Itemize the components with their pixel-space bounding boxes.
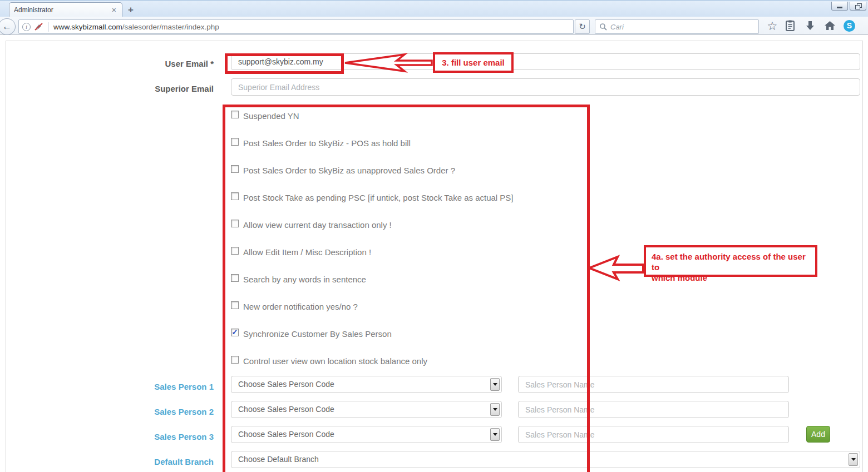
- downloads-icon[interactable]: [804, 20, 816, 32]
- chevron-down-icon[interactable]: [849, 453, 858, 466]
- url-text: www.skybizmall.com/salesorder/master/ind…: [53, 23, 219, 31]
- select-value: Choose Sales Person Code: [238, 401, 334, 418]
- minimize-icon: [837, 7, 842, 8]
- sales-person-1-code-select[interactable]: Choose Sales Person Code: [231, 376, 502, 393]
- authority-checkbox-row: Search by any words in sentence: [231, 273, 581, 285]
- checkbox-label: Search by any words in sentence: [243, 275, 366, 284]
- user-email-label: User Email *: [102, 59, 214, 68]
- chevron-down-icon[interactable]: [490, 403, 500, 416]
- authority-checkbox-row: Post Sales Order to SkyBiz - POS as hold…: [231, 137, 581, 149]
- authority-checkbox-row: Post Sales Order to SkyBiz as unapproved…: [231, 164, 581, 176]
- authority-checkbox-list: Suspended YNPost Sales Order to SkyBiz -…: [231, 110, 581, 382]
- bookmark-star-icon[interactable]: ☆: [766, 20, 778, 32]
- new-tab-icon[interactable]: +: [128, 5, 134, 14]
- checkbox-unchecked[interactable]: [231, 192, 239, 200]
- checkbox-label: Post Sales Order to SkyBiz as unapproved…: [243, 166, 455, 175]
- url-path: /salesorder/master/index.php: [122, 23, 219, 31]
- add-button[interactable]: Add: [806, 426, 830, 443]
- search-bar[interactable]: Cari: [595, 19, 759, 34]
- checkbox-label: Post Stock Take as pending PSC [if untic…: [243, 193, 514, 202]
- checkbox-unchecked[interactable]: [231, 111, 239, 118]
- default-branch-select[interactable]: Choose Default Branch: [231, 451, 860, 468]
- browser-titlebar: Administrator × +: [0, 0, 868, 17]
- chevron-down-icon[interactable]: [490, 428, 500, 441]
- checkbox-unchecked[interactable]: [231, 356, 239, 364]
- skype-icon[interactable]: S: [844, 20, 855, 32]
- checkbox-label: New order notification yes/no ?: [243, 302, 358, 311]
- checkbox-unchecked[interactable]: [231, 165, 239, 173]
- checkbox-checked[interactable]: ✓: [231, 329, 239, 336]
- chevron-down-icon[interactable]: [490, 378, 500, 391]
- authority-checkbox-row: ✓Synchronize Customer By Sales Person: [231, 327, 581, 340]
- authority-checkbox-row: Control user view own location stock bal…: [231, 355, 581, 367]
- window-minimize-button[interactable]: [831, 2, 848, 11]
- window-restore-button[interactable]: [850, 2, 866, 11]
- sales-person-2-code-select[interactable]: Choose Sales Person Code: [231, 401, 502, 418]
- select-value: Choose Sales Person Code: [238, 426, 334, 443]
- checkbox-unchecked[interactable]: [231, 138, 239, 146]
- sales-person-3-code-select[interactable]: Choose Sales Person Code: [231, 426, 502, 443]
- home-icon[interactable]: [823, 20, 836, 32]
- authority-checkbox-row: Allow view current day transaction only …: [231, 218, 581, 231]
- close-tab-icon[interactable]: ×: [111, 6, 117, 14]
- plugin-blocked-icon[interactable]: [34, 22, 44, 31]
- restore-icon: [855, 3, 861, 9]
- authority-checkbox-row: New order notification yes/no ?: [231, 300, 581, 312]
- checkbox-label: Suspended YN: [243, 111, 299, 121]
- checkbox-unchecked[interactable]: [231, 247, 239, 255]
- checkbox-label: Allow Edit Item / Misc Description !: [243, 247, 371, 257]
- tab-title: Administrator: [14, 6, 111, 14]
- checkbox-label: Synchronize Customer By Sales Person: [243, 329, 392, 339]
- checkbox-label: Allow view current day transaction only …: [243, 220, 392, 230]
- superior-email-label: Superior Email: [102, 84, 214, 93]
- sales-person-1-label: Sales Person 1: [102, 382, 214, 391]
- url-bar[interactable]: i www.skybizmall.com/salesorder/master/i…: [18, 19, 574, 34]
- checkbox-label: Post Sales Order to SkyBiz - POS as hold…: [243, 138, 411, 148]
- authority-checkbox-row: Suspended YN: [231, 110, 581, 122]
- page-info-icon[interactable]: i: [22, 23, 31, 31]
- authority-checkbox-row: Allow Edit Item / Misc Description !: [231, 246, 581, 258]
- sales-person-3-name-input[interactable]: [518, 426, 789, 443]
- sales-person-2-label: Sales Person 2: [102, 407, 214, 416]
- reload-button[interactable]: ↻: [575, 19, 590, 34]
- urlbar-divider: [48, 22, 49, 32]
- sales-person-1-name-input[interactable]: [518, 376, 789, 393]
- select-value: Choose Default Branch: [238, 451, 319, 468]
- checkbox-unchecked[interactable]: [231, 301, 239, 309]
- sales-person-2-name-input[interactable]: [518, 401, 789, 418]
- select-value: Choose Sales Person Code: [238, 376, 334, 392]
- checkbox-label: Control user view own location stock bal…: [243, 356, 427, 366]
- user-email-input[interactable]: [231, 53, 860, 70]
- clipboard-icon[interactable]: [784, 20, 796, 32]
- checkbox-unchecked[interactable]: [231, 274, 239, 282]
- browser-tab-administrator[interactable]: Administrator ×: [9, 2, 122, 17]
- url-domain: www.skybizmall.com: [53, 23, 122, 31]
- sales-person-3-label: Sales Person 3: [102, 432, 214, 441]
- superior-email-input[interactable]: [231, 78, 860, 96]
- checkbox-unchecked[interactable]: [231, 220, 239, 227]
- authority-checkbox-row: Post Stock Take as pending PSC [if untic…: [231, 191, 581, 203]
- search-placeholder: Cari: [610, 23, 624, 31]
- default-branch-label: Default Branch: [102, 457, 214, 466]
- search-icon: [599, 23, 607, 31]
